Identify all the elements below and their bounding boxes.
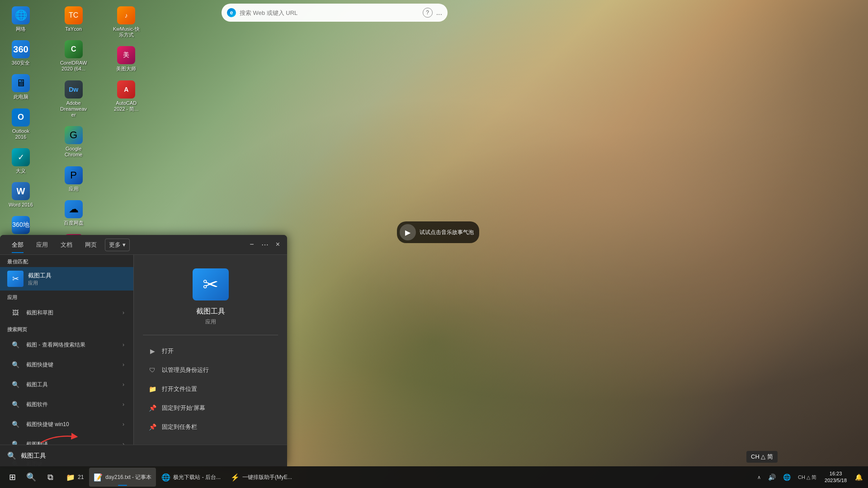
desktop-icon-toycon[interactable]: TC TaYcon — [57, 5, 90, 34]
edge-browser-bar: e ? ... — [222, 4, 448, 22]
publisher-icon: P — [65, 166, 83, 184]
tab-web[interactable]: 网页 — [79, 237, 103, 253]
desktop-icon-kwmusic[interactable]: ♪ KwMusic-快乐方式 — [110, 5, 142, 40]
desktop-icon-360safe[interactable]: 360 360安全 — [5, 38, 37, 68]
coreldraw-icon: C — [65, 40, 83, 58]
360safe-icon: 360 — [12, 40, 30, 58]
close-button[interactable]: × — [274, 239, 282, 251]
start-button[interactable]: ⊞ — [3, 468, 22, 487]
desktop-icon-publisher[interactable]: P 应用 — [57, 164, 90, 194]
right-app-icon: ✂ — [193, 268, 229, 300]
search-icon-3: 🔍 — [9, 358, 22, 371]
result-text-6: 截图快捷键 win10 — [26, 421, 118, 428]
minimize-button[interactable]: − — [248, 239, 255, 251]
action-pin-taskbar[interactable]: 📌 固定到任务栏 — [143, 418, 278, 436]
result-text-4: 截图工具 — [26, 381, 118, 389]
edge-help-button[interactable]: ? — [423, 8, 433, 18]
tray-speaker-icon[interactable]: 🔊 — [765, 472, 778, 483]
taskbar-item-notepad-label: day216.txt - 记事本 — [105, 474, 151, 481]
search-button[interactable]: 🔍 — [22, 468, 41, 487]
result-jietu-ruanjian[interactable]: 🔍 截图软件 › — [2, 395, 132, 414]
taskbar-item-browser-label: 极光下载站 - 后台... — [173, 474, 221, 481]
action-open[interactable]: ▶ 打开 — [143, 343, 278, 360]
taskbar-search-icon: 🔍 — [26, 472, 36, 482]
folder-icon: 📁 — [147, 384, 157, 394]
right-app-type: 应用 — [205, 318, 216, 326]
edge-more-button[interactable]: ... — [436, 9, 442, 17]
desktop-icon-label: TaYcon — [65, 26, 82, 32]
result-jietu-caotu[interactable]: 🖼 截图和草图 › — [2, 303, 132, 322]
music-play-button[interactable]: ▶ — [400, 224, 416, 240]
desktop-icon-diannao[interactable]: 🖥 此电脑 — [5, 72, 37, 102]
chrome-icon: G — [65, 126, 83, 144]
tab-more[interactable]: 更多 ▾ — [105, 239, 130, 251]
desktop-icon-dayi[interactable]: ✓ 大义 — [5, 146, 37, 176]
desktop-icon-network[interactable]: 🌐 网络 — [5, 5, 37, 34]
music-bubble[interactable]: ▶ 试试点击音乐故事气泡 — [397, 221, 479, 243]
network-label: 网络 — [16, 26, 26, 32]
tray-expand-button[interactable]: ∧ — [755, 473, 764, 482]
taskbar-item-myeditor[interactable]: ⚡ 一键排版助手(MyE... — [226, 468, 297, 487]
result-text-5: 截图软件 — [26, 401, 118, 408]
action-open-location[interactable]: 📁 打开文件位置 — [143, 380, 278, 398]
desktop-icon-label: 此电脑 — [14, 94, 28, 100]
search-text-input[interactable] — [21, 452, 280, 460]
tab-docs[interactable]: 文档 — [54, 237, 79, 253]
baidupan-icon: ☁ — [65, 200, 83, 218]
right-app-name: 截图工具 — [196, 307, 225, 316]
desktop: 🌐 网络 360 360安全 🖥 此电脑 O Outlook 2016 ✓ 大义… — [0, 0, 868, 488]
apps-section-header: 应用 — [0, 291, 133, 303]
taskbar-item-folder[interactable]: 📁 21 — [61, 468, 88, 487]
ime-indicator[interactable]: CH △ 简 — [746, 451, 778, 463]
tray-language-indicator[interactable]: CH △ 简 — [795, 472, 819, 483]
action-pin-start[interactable]: 📌 固定到'开始'屏幕 — [143, 399, 278, 417]
tray-notification-icon[interactable]: 🔔 — [852, 472, 865, 483]
tray-clock[interactable]: 16:23 2023/5/18 — [821, 469, 850, 486]
dots-button[interactable]: ⋯ — [259, 239, 270, 251]
desktop-icon-label: 美图大师 — [116, 66, 136, 72]
search-bar: 🔍 — [0, 445, 287, 466]
desktop-icon-label: 百度网盘 — [64, 220, 84, 226]
right-actions: ▶ 打开 🛡 以管理员身份运行 📁 打开文件位置 📌 固定到'开始'屏幕 — [143, 343, 278, 436]
search-icon-5: 🔍 — [9, 398, 22, 411]
start-icon: ⊞ — [9, 472, 16, 482]
taskbar-item-notepad[interactable]: 📝 day216.txt - 记事本 — [89, 468, 156, 487]
task-view-button[interactable]: ⧉ — [41, 468, 60, 487]
desktop-icon-label: Word 2016 — [9, 202, 33, 208]
result-jietu-gongju[interactable]: 🔍 截图工具 › — [2, 375, 132, 394]
desktop-icon-label: CorelDRAW 2020 (64... — [59, 60, 88, 72]
dayi-icon: ✓ — [12, 148, 30, 166]
desktop-icon-label: AutoCAD 2022 - 简... — [112, 100, 141, 112]
taskbar-item-browser[interactable]: 🌐 极光下载站 - 后台... — [157, 468, 225, 487]
tab-apps[interactable]: 应用 — [30, 237, 54, 253]
desktop-icon-meiritu[interactable]: 美 美图大师 — [110, 44, 142, 74]
autocad-icon: A — [117, 80, 135, 99]
red-arrow-annotation — [36, 430, 81, 443]
tab-all[interactable]: 全部 — [5, 237, 30, 253]
toycon-icon: TC — [65, 6, 83, 24]
tray-network-icon[interactable]: 🌐 — [780, 472, 793, 483]
taskbar-pinned-items: 📁 21 📝 day216.txt - 记事本 🌐 极光下载站 - 后台... … — [61, 468, 297, 487]
desktop-icon-adobedw[interactable]: Dw Adobe Dreamweaver — [57, 79, 90, 120]
result-text-3: 截图快捷键 — [26, 361, 118, 369]
desktop-icon-label: 360安全 — [12, 60, 30, 66]
result-jietu-kuaijian[interactable]: 🔍 截图快捷键 › — [2, 355, 132, 374]
action-admin-run[interactable]: 🛡 以管理员身份运行 — [143, 361, 278, 379]
music-bubble-text: 试试点击音乐故事气泡 — [420, 229, 474, 236]
search-magnifier-icon: 🔍 — [7, 451, 16, 460]
adobedw-icon: Dw — [65, 80, 83, 99]
desktop-icon-word2016[interactable]: W Word 2016 — [5, 180, 37, 210]
desktop-icon-autocad[interactable]: A AutoCAD 2022 - 简... — [110, 79, 142, 114]
result-web-jietu[interactable]: 🔍 截图 - 查看网络搜索结果 › — [2, 335, 132, 354]
edge-url-input[interactable] — [240, 9, 419, 16]
desktop-icon-coreldraw[interactable]: C CorelDRAW 2020 (64... — [57, 38, 90, 74]
best-match-item[interactable]: ✂ 截图工具 应用 — [0, 267, 133, 291]
diannao-icon: 🖥 — [12, 74, 30, 92]
desktop-icon-outlook[interactable]: O Outlook 2016 — [5, 107, 37, 142]
search-left-panel: 最佳匹配 ✂ 截图工具 应用 应用 🖼 截图和草图 › 搜索网页 🔍 — [0, 255, 133, 445]
word2016-icon: W — [12, 182, 30, 200]
result-arrow-2: › — [123, 342, 124, 348]
admin-icon: 🛡 — [147, 365, 157, 375]
desktop-icon-chrome[interactable]: G Google Chrome — [57, 124, 90, 160]
desktop-icon-baidupan[interactable]: ☁ 百度网盘 — [57, 198, 90, 228]
